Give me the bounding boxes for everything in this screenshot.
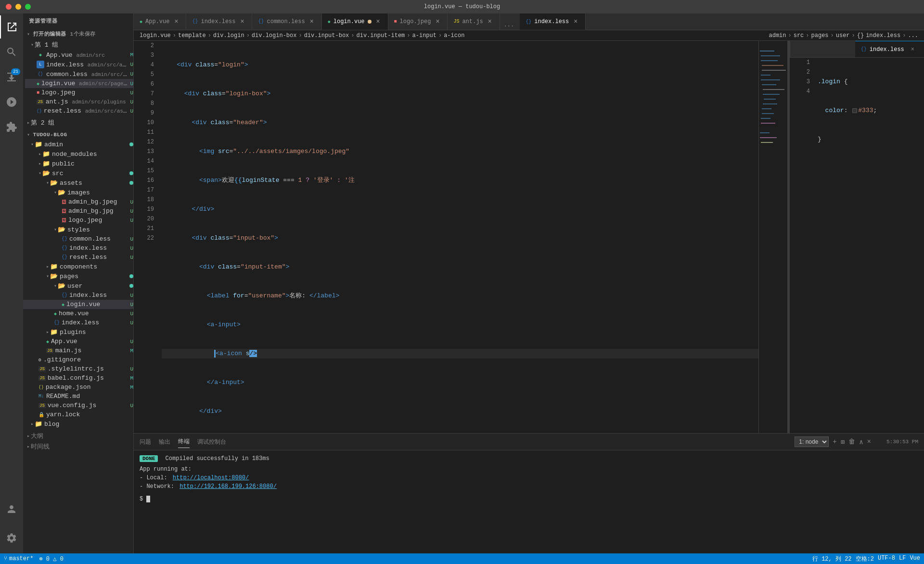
minimize-button[interactable] [15,4,21,10]
tree-reset_less[interactable]: {} reset.less U [23,253,133,262]
tree-src-appvue[interactable]: ◆ App.vue U [23,337,133,346]
tree-main-js[interactable]: JS main.js M [23,346,133,355]
tab-indexless[interactable]: {} index.less × [186,13,252,30]
tab-indexless-right[interactable]: {} index.less × [520,13,586,30]
tab-close-loginvue[interactable]: × [374,18,382,26]
group2-label[interactable]: ▸ 第 2 组 [23,117,133,128]
tree-components[interactable]: ▸ 📁 components [23,262,133,271]
tree-src[interactable]: ▾ 📂 src [23,168,133,178]
terminal-close-button[interactable]: × [867,438,871,446]
tree-styles[interactable]: ▾ 📂 styles [23,225,133,234]
group1[interactable]: ▾ 第 1 组 [27,39,133,50]
extensions-icon[interactable] [0,115,23,139]
git-branch[interactable]: ⑂ master* [4,555,33,562]
tree-admin_bg_jpg[interactable]: 🖼 admin_bg.jpg U [23,206,133,216]
terminal-tab-zhongduan[interactable]: 终端 [178,436,190,448]
terminal-tab-wenti[interactable]: 问题 [140,436,151,448]
explorer-icon[interactable] [0,15,23,38]
tab-close-appvue[interactable]: × [172,18,180,26]
open-editor-logojpeg[interactable]: ■ logo.jpeg U [25,88,133,97]
tree-public[interactable]: ▸ 📁 public [23,159,133,168]
tree-pages-index-less[interactable]: {} index.less U [23,318,133,327]
cursor-position[interactable]: 行 12, 列 22 [812,555,852,563]
open-editor-loginvue[interactable]: ◆ login.vue admin/src/pages/u... U [25,79,133,88]
tree-node_modules[interactable]: ▸ 📁 node_modules [23,149,133,159]
eol-status[interactable]: LF [899,555,906,563]
terminal-cursor [146,496,150,502]
tab-close-antjs[interactable]: × [486,18,494,26]
terminal-trash-button[interactable]: 🗑 [848,438,855,446]
tabs-more[interactable]: ··· [500,23,518,30]
right-panel: {} index.less × 1 2 3 4 .log [789,41,924,433]
right-panel-close-button[interactable]: × [907,46,918,53]
open-editor-commonless[interactable]: {} common.less admin/src/a... U [25,69,133,79]
tree-readme[interactable]: M↓ README.md [23,392,133,401]
tab-close-indexless-right[interactable]: × [572,18,579,26]
right-code-editor[interactable]: 1 2 3 4 .login { color: #333; } [790,58,924,433]
tree-packagejson[interactable]: {} package.json M [23,383,133,392]
tab-appvue[interactable]: ◆ App.vue × [134,13,186,30]
terminal-tab-debug[interactable]: 调试控制台 [197,436,226,448]
tree-home-vue[interactable]: ◆ home.vue U [23,309,133,318]
main-code-editor[interactable]: 2 3 4 5 6 7 8 9 10 11 12 13 14 15 [134,41,758,433]
tree-plugins[interactable]: ▸ 📁 plugins [23,327,133,337]
right-panel-tab-bar: {} index.less × [790,41,924,58]
right-code-line-2: color: #333; [818,106,924,115]
terminal-collapse-button[interactable]: ∧ [859,438,863,446]
network-url[interactable]: http://192.168.199.126:8080/ [180,483,277,490]
tree-assets[interactable]: ▾ 📂 assets [23,178,133,188]
tree-dagou[interactable]: ▸ 大纲 [23,431,133,441]
tree-admin_bg_jpeg[interactable]: 🖼 admin_bg.jpeg U [23,197,133,206]
language-status[interactable]: Vue [910,555,920,563]
open-editors-header[interactable]: ▾ 打开的编辑器 1个未保存 [23,28,133,39]
tab-close-commonless[interactable]: × [308,18,316,26]
open-editor-appvue[interactable]: ◆ App.vue admin/src M [25,50,133,60]
tab-loginvue[interactable]: ◆ login.vue × [322,13,388,30]
terminal-split-button[interactable]: ⊞ [841,438,845,446]
scm-icon[interactable]: 21 [0,65,23,89]
maximize-button[interactable] [25,4,31,10]
terminal-tab-shuchu[interactable]: 输出 [159,436,170,448]
errors-status[interactable]: ⊗ 0 △ 0 [39,555,63,563]
tab-commonless[interactable]: {} common.less × [252,13,321,30]
tab-close-indexless[interactable]: × [238,18,246,26]
tree-pages[interactable]: ▾ 📂 pages [23,271,133,281]
svg-rect-13 [762,108,771,109]
tree-admin[interactable]: ▾ 📁 admin [23,140,133,149]
tab-close-logojpeg[interactable]: × [434,18,441,26]
settings-icon[interactable] [0,526,23,550]
indent-status[interactable]: 空格:2 [856,555,874,563]
open-editor-antjs[interactable]: JS ant.js admin/src/plugins U [25,97,133,106]
tree-stylelintrc[interactable]: JS .stylelintrc.js U [23,364,133,373]
account-icon[interactable] [0,498,23,521]
tree-index_less[interactable]: {} index.less U [23,244,133,253]
local-url[interactable]: http://localhost:8080/ [173,474,249,481]
tree-images[interactable]: ▾ 📂 images [23,188,133,197]
tree-user[interactable]: ▾ 📂 user [23,281,133,291]
project-header[interactable]: ▾ TUDOU-BLOG [23,130,133,140]
tree-babelconfig[interactable]: JS babel.config.js M [23,373,133,383]
terminal-add-button[interactable]: + [833,438,836,446]
tree-user-index-less[interactable]: {} index.less U [23,291,133,300]
code-line-2: <div class="login"> [162,60,758,70]
tab-antjs[interactable]: JS ant.js × [448,13,500,30]
encoding-status[interactable]: UTF-8 [878,555,895,563]
open-editor-indexless[interactable]: L index.less admin/src/a... U [25,60,133,69]
tree-common_less[interactable]: {} common.less U [23,234,133,244]
terminal-content[interactable]: DONE Compiled successfully in 183ms App … [134,450,924,553]
close-button[interactable] [6,4,12,10]
tree-shijian[interactable]: ▸ 时间线 [23,441,133,452]
tree-vueconfig[interactable]: JS vue.config.js U [23,401,133,410]
search-icon[interactable] [0,40,23,64]
code-content[interactable]: <div class="login"> <div class="login-bo… [158,41,758,433]
right-tab-indexless[interactable]: {} index.less × [855,41,924,57]
tree-login-vue[interactable]: ◆ login.vue U [23,300,133,309]
tree-gitignore[interactable]: ⚙ .gitignore [23,355,133,364]
tree-logo_jpeg[interactable]: 🖼 logo.jpeg U [23,216,133,225]
tree-blog[interactable]: ▸ 📁 blog [23,419,133,429]
terminal-node-select[interactable]: 1: node [795,436,829,447]
open-editor-resetless[interactable]: {} reset.less admin/src/asset... U [25,106,133,115]
debug-icon[interactable] [0,90,23,114]
tree-yarnlock[interactable]: 🔒 yarn.lock [23,410,133,419]
tab-logojpeg[interactable]: ■ logo.jpeg × [388,13,448,30]
